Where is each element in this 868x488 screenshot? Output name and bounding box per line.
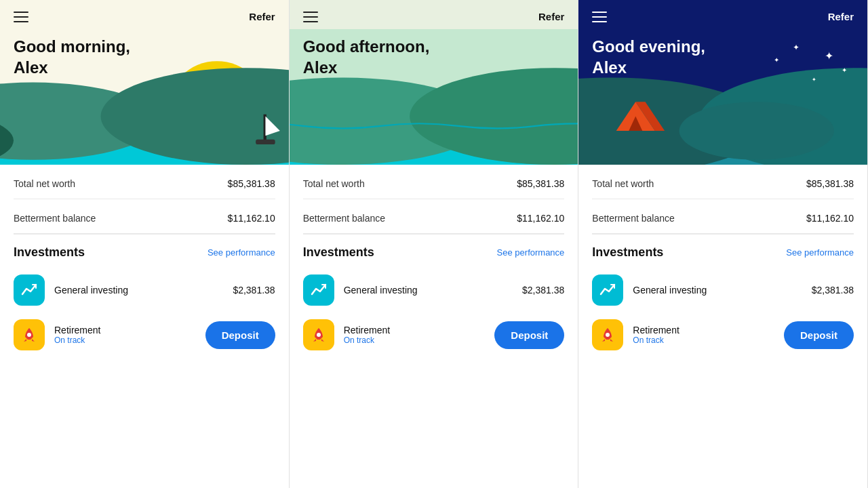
afternoon-retirement-info: Retirement On track [344, 325, 495, 345]
star-3: ✦ [842, 66, 847, 74]
afternoon-net-worth-value: $85,381.38 [517, 178, 564, 189]
morning-retirement-info: Retirement On track [54, 325, 205, 345]
star-5: ✦ [774, 56, 779, 64]
refer-button-afternoon[interactable]: Refer [538, 11, 564, 22]
evening-general-icon [592, 274, 623, 306]
refer-button-morning[interactable]: Refer [249, 11, 275, 22]
chart-icon-morning [20, 281, 39, 300]
afternoon-greeting: Good afternoon,Alex [303, 36, 430, 78]
afternoon-content: Total net worth $85,381.38 Betterment ba… [290, 165, 578, 488]
evening-greeting: Good evening,Alex [592, 36, 705, 78]
menu-icon-morning[interactable] [14, 12, 28, 22]
afternoon-retirement-icon [303, 319, 334, 350]
afternoon-general-icon [303, 274, 334, 306]
evening-retirement-info: Retirement On track [633, 325, 784, 345]
evening-deposit-btn[interactable]: Deposit [784, 321, 854, 349]
morning-general-value: $2,381.38 [233, 285, 275, 296]
afternoon-general-investing[interactable]: General investing $2,381.38 [303, 268, 565, 312]
morning-betterment-label: Betterment balance [14, 213, 96, 224]
morning-content: Total net worth $85,381.38 Betterment ba… [0, 165, 289, 488]
morning-see-performance-btn[interactable]: See performance [208, 247, 275, 258]
chart-icon-afternoon [309, 281, 328, 300]
svg-rect-7 [256, 140, 275, 144]
evening-net-worth-value: $85,381.38 [806, 178, 854, 189]
evening-content: Total net worth $85,381.38 Betterment ba… [578, 165, 867, 488]
svg-point-32 [606, 333, 610, 337]
evening-retirement-status: On track [633, 336, 784, 345]
afternoon-betterment-label: Betterment balance [303, 213, 385, 224]
evening-investments-title: Investments [592, 245, 663, 260]
evening-retirement[interactable]: Retirement On track Deposit [592, 312, 854, 357]
morning-investments-title: Investments [14, 245, 85, 260]
panel-evening: Refer Good evening,Alex ✦ ✦ ✦ ✦ ✦ [578, 0, 868, 488]
morning-retirement-icon [14, 319, 45, 350]
afternoon-retirement-status: On track [344, 336, 495, 345]
svg-point-21 [317, 333, 321, 337]
morning-net-worth-row: Total net worth $85,381.38 [14, 165, 275, 199]
menu-icon-evening[interactable] [592, 12, 607, 22]
evening-general-investing[interactable]: General investing $2,381.38 [592, 268, 854, 312]
afternoon-net-worth-row: Total net worth $85,381.38 [303, 165, 565, 199]
evening-betterment-value: $11,162.10 [806, 213, 854, 224]
evening-retirement-name: Retirement [633, 325, 784, 336]
morning-greeting-area: Good morning,Alex [0, 29, 289, 165]
morning-betterment-value: $11,162.10 [228, 213, 275, 224]
morning-retirement-name: Retirement [54, 325, 205, 336]
svg-point-10 [27, 333, 31, 337]
star-1: ✦ [825, 49, 833, 62]
afternoon-general-name: General investing [344, 285, 522, 296]
evening-header: Refer [578, 0, 867, 29]
refer-button-evening[interactable]: Refer [828, 11, 854, 22]
morning-retirement[interactable]: Retirement On track Deposit [14, 312, 275, 357]
evening-betterment-row: Betterment balance $11,162.10 [592, 199, 854, 234]
evening-see-performance-btn[interactable]: See performance [786, 247, 854, 258]
afternoon-header: Refer [290, 0, 578, 29]
rocket-icon-evening [598, 325, 617, 344]
evening-general-name: General investing [633, 285, 811, 296]
evening-net-worth-row: Total net worth $85,381.38 [592, 165, 854, 199]
rocket-icon-morning [20, 325, 39, 344]
morning-greeting-text: Good morning,Alex [14, 36, 130, 78]
afternoon-greeting-area: Good afternoon,Alex [290, 29, 578, 165]
morning-retirement-status: On track [54, 336, 205, 345]
evening-general-value: $2,381.38 [812, 285, 854, 296]
morning-investments-header: Investments See performance [14, 235, 275, 268]
chart-icon-evening [598, 281, 617, 300]
evening-greeting-area: Good evening,Alex ✦ ✦ ✦ ✦ ✦ [578, 29, 867, 165]
evening-betterment-label: Betterment balance [592, 213, 674, 224]
morning-general-investing[interactable]: General investing $2,381.38 [14, 268, 275, 312]
evening-net-worth-label: Total net worth [592, 178, 654, 189]
morning-net-worth-value: $85,381.38 [228, 178, 275, 189]
afternoon-general-info: General investing [344, 285, 522, 296]
rocket-icon-afternoon [309, 325, 328, 344]
afternoon-see-performance-btn[interactable]: See performance [497, 247, 565, 258]
afternoon-general-value: $2,381.38 [522, 285, 564, 296]
star-2: ✦ [793, 43, 800, 52]
evening-general-info: General investing [633, 285, 811, 296]
morning-greeting: Good morning,Alex [14, 36, 130, 78]
afternoon-betterment-value: $11,162.10 [517, 213, 564, 224]
svg-point-26 [679, 102, 835, 160]
evening-greeting-text: Good evening,Alex [592, 36, 705, 78]
morning-deposit-btn[interactable]: Deposit [205, 321, 275, 349]
afternoon-retirement-name: Retirement [344, 325, 495, 336]
afternoon-investments-title: Investments [303, 245, 374, 260]
afternoon-greeting-text: Good afternoon,Alex [303, 36, 430, 78]
morning-general-icon [14, 274, 45, 306]
morning-header: Refer [0, 0, 289, 29]
evening-retirement-icon [592, 319, 623, 350]
afternoon-deposit-btn[interactable]: Deposit [494, 321, 564, 349]
morning-general-info: General investing [54, 285, 233, 296]
morning-betterment-row: Betterment balance $11,162.10 [14, 199, 275, 234]
afternoon-retirement[interactable]: Retirement On track Deposit [303, 312, 565, 357]
afternoon-betterment-row: Betterment balance $11,162.10 [303, 199, 565, 234]
morning-net-worth-label: Total net worth [14, 178, 75, 189]
panel-morning: Refer Good morning,Alex Total net worth [0, 0, 290, 488]
afternoon-net-worth-label: Total net worth [303, 178, 365, 189]
star-4: ✦ [812, 77, 816, 83]
panel-afternoon: Refer Good afternoon,Alex Total net wort… [290, 0, 579, 488]
morning-general-name: General investing [54, 285, 233, 296]
afternoon-investments-header: Investments See performance [303, 235, 565, 268]
evening-investments-header: Investments See performance [592, 235, 854, 268]
menu-icon-afternoon[interactable] [303, 12, 318, 22]
